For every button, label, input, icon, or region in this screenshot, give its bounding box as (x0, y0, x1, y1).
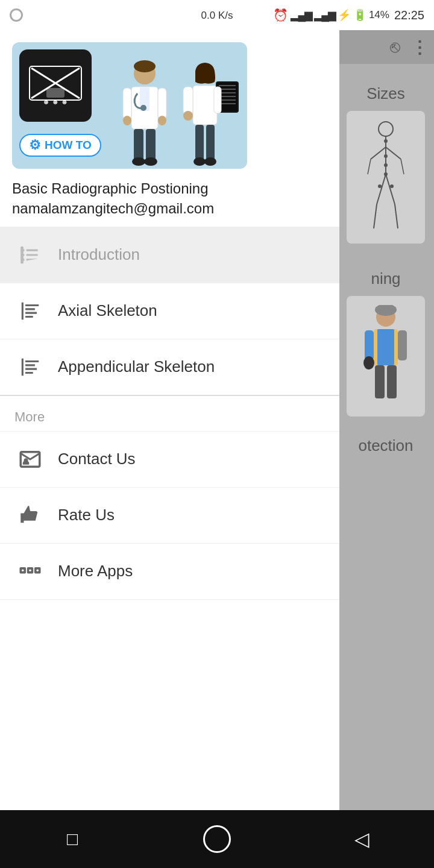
back-chevron-icon: ◁ (354, 828, 370, 851)
svg-point-37 (158, 116, 166, 125)
nav-home-button[interactable] (199, 821, 235, 857)
svg-point-13 (384, 172, 388, 176)
svg-point-0 (379, 122, 393, 136)
menu-item-contact-us[interactable]: Contact Us (0, 432, 339, 488)
svg-rect-38 (134, 129, 143, 160)
doctor-male-figure (121, 60, 169, 169)
more-apps-icon-svg (17, 559, 43, 584)
howto-badge: ⚙ HOW TO (19, 134, 101, 157)
status-right: ⏰ ▂▄▆ ▂▄▆ ⚡ 🔋 14% 22:25 (273, 8, 424, 22)
appendicular-skeleton-icon (14, 351, 46, 383)
svg-point-15 (390, 184, 394, 188)
nav-back-button[interactable]: ◁ (344, 821, 380, 857)
menu-item-axial-skeleton[interactable]: Axial Skeleton (0, 283, 339, 339)
battery-icon: 🔋 (353, 8, 366, 22)
svg-rect-34 (123, 88, 131, 119)
doctor-female-svg (181, 60, 241, 169)
signal-bars-1: ▂▄▆ (291, 8, 312, 22)
circle-indicator (10, 8, 23, 22)
svg-point-40 (132, 157, 145, 166)
svg-rect-23 (375, 365, 385, 398)
gear-icon: ⚙ (29, 137, 41, 153)
menu-item-introduction[interactable]: Introduction (0, 227, 339, 283)
vest-svg (362, 305, 410, 407)
appendicular-skeleton-label: Appendicular Skeleton (58, 357, 215, 376)
clock-icon: ⏰ (273, 8, 288, 22)
signal-bars-2: ▂▄▆ (314, 8, 335, 22)
skeleton-svg (362, 120, 410, 234)
drawer-header: ⊛ ⊛ ⊛ ⚙ HOW TO (0, 30, 339, 227)
svg-rect-21 (398, 330, 407, 360)
square-icon: □ (67, 829, 78, 849)
home-circle-icon (203, 825, 231, 853)
svg-rect-35 (158, 88, 166, 119)
howto-text: HOW TO (45, 139, 92, 152)
svg-rect-52 (214, 87, 221, 113)
rate-us-label: Rate Us (58, 506, 115, 524)
more-options-icon[interactable]: ⋮ (411, 37, 428, 57)
more-section-header: More (0, 396, 339, 432)
svg-line-6 (377, 174, 386, 204)
introduction-icon (14, 239, 46, 271)
menu-item-rate-us[interactable]: Rate Us (0, 488, 339, 544)
svg-point-11 (384, 154, 388, 158)
bg-otection-label: otection (358, 436, 413, 455)
svg-rect-28 (46, 88, 64, 98)
svg-point-33 (140, 105, 146, 111)
svg-rect-24 (387, 365, 397, 398)
svg-line-4 (386, 147, 401, 159)
menu-item-appendicular-skeleton[interactable]: Appendicular Skeleton (0, 339, 339, 396)
svg-point-14 (378, 184, 382, 188)
doc-icon-svg (19, 244, 42, 266)
bg-sizes-label: Sizes (366, 84, 405, 103)
status-left (10, 8, 23, 22)
vest-figure (347, 296, 425, 417)
menu-section: Introduction Axial Skeleton Appendicular… (0, 227, 339, 868)
svg-rect-56 (206, 125, 215, 160)
svg-rect-19 (377, 329, 394, 365)
svg-point-65 (29, 569, 31, 571)
xray-logo-box: ⊛ ⊛ ⊛ (19, 49, 92, 122)
axial-skeleton-label: Axial Skeleton (58, 301, 157, 320)
doc-icon-app-svg (19, 356, 42, 379)
contact-icon-svg (17, 447, 43, 472)
svg-rect-53 (183, 87, 193, 115)
xray-text: ⊛ ⊛ ⊛ (44, 98, 67, 106)
rate-us-icon (14, 500, 46, 531)
svg-rect-55 (195, 125, 204, 160)
status-bar: 0.0 K/s ⏰ ▂▄▆ ▂▄▆ ⚡ 🔋 14% 22:25 (0, 0, 434, 30)
menu-item-more-apps[interactable]: More Apps (0, 544, 339, 600)
svg-rect-39 (146, 129, 156, 160)
rate-icon-svg (17, 503, 43, 528)
navigation-drawer: ⊛ ⊛ ⊛ ⚙ HOW TO (0, 30, 339, 868)
background-right: ⎋ ⋮ Sizes ning (338, 30, 434, 838)
status-center: 0.0 K/s (201, 9, 233, 22)
svg-line-5 (401, 159, 404, 174)
battery-percent: 14% (369, 9, 389, 21)
contact-us-label: Contact Us (58, 450, 136, 468)
svg-line-3 (368, 159, 371, 174)
svg-point-41 (144, 157, 157, 166)
more-label: More (14, 409, 45, 424)
more-apps-icon (14, 556, 46, 587)
app-title: Basic Radiographic Postioning (12, 178, 327, 199)
svg-rect-59 (20, 246, 24, 263)
app-email: namalamzangitech@gmail.com (12, 200, 327, 217)
svg-point-36 (123, 116, 131, 125)
svg-line-9 (395, 204, 398, 228)
svg-point-30 (134, 60, 156, 72)
svg-point-64 (22, 569, 24, 571)
introduction-label: Introduction (58, 245, 140, 264)
svg-point-12 (384, 163, 388, 167)
svg-rect-20 (365, 330, 374, 360)
svg-point-58 (204, 157, 216, 166)
svg-line-2 (371, 147, 386, 159)
nav-square-button[interactable]: □ (54, 821, 90, 857)
skeleton-figure (347, 111, 425, 244)
navigation-bar: □ ◁ (0, 810, 434, 868)
time-display: 22:25 (394, 8, 424, 22)
svg-rect-43 (193, 86, 217, 125)
charging-icon: ⚡ (338, 8, 351, 22)
share-icon[interactable]: ⎋ (390, 37, 400, 57)
network-speed: 0.0 K/s (201, 10, 233, 21)
